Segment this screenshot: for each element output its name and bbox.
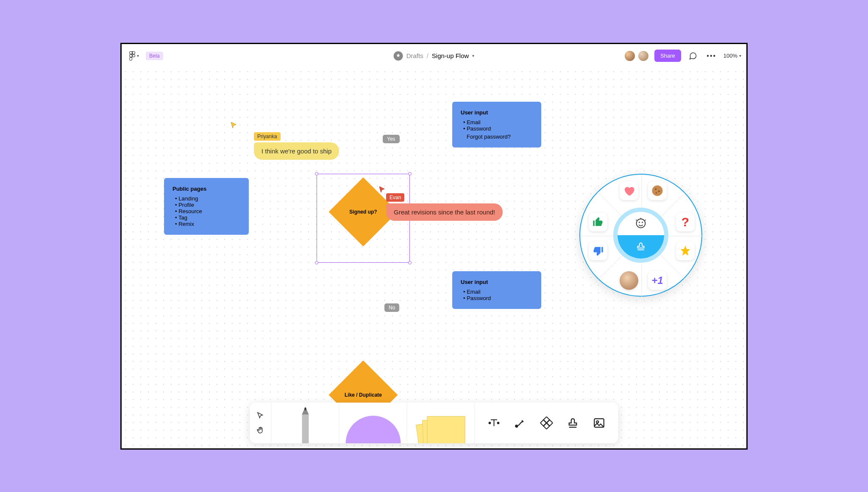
image-tool[interactable] — [592, 416, 606, 430]
app-window: ▾ Beta Drafts / Sign-up Flow ▾ Share •••… — [120, 43, 748, 450]
svg-point-12 — [489, 422, 491, 424]
svg-point-5 — [639, 222, 640, 222]
diamond-tool[interactable] — [540, 416, 554, 430]
node-public-pages[interactable]: Public pages Landing Profile Resource Ta… — [164, 178, 249, 235]
svg-rect-18 — [543, 423, 549, 429]
smiley-icon — [618, 212, 664, 235]
cursor-icon — [231, 122, 238, 129]
node-extra-link: Forgot password? — [461, 133, 533, 140]
pencil-tool[interactable] — [272, 403, 339, 443]
zoom-control[interactable]: 100% ▾ — [723, 53, 741, 59]
figma-logo-icon — [129, 51, 135, 61]
avatar[interactable] — [637, 50, 649, 62]
header: ▾ Beta Drafts / Sign-up Flow ▾ Share •••… — [122, 44, 746, 68]
svg-point-8 — [655, 188, 657, 190]
svg-rect-15 — [543, 417, 549, 423]
cookie-icon[interactable] — [648, 181, 667, 200]
emoji-wheel[interactable]: ? +1 — [579, 174, 702, 297]
chat-bubble-evan: Great revisions since the last round! — [386, 203, 503, 221]
svg-rect-17 — [547, 420, 553, 425]
heart-icon[interactable] — [620, 181, 638, 200]
list-item: Profile — [175, 202, 240, 208]
share-button[interactable]: Share — [654, 50, 681, 62]
avatar-icon[interactable] — [620, 271, 638, 290]
node-title: User input — [461, 109, 533, 116]
comment-button[interactable] — [686, 49, 700, 63]
node-user-input-top[interactable]: User input Email Password Forgot passwor… — [452, 102, 541, 147]
beta-badge: Beta — [146, 52, 163, 60]
toolbar — [250, 403, 618, 443]
list-item: Password — [463, 295, 533, 301]
cursor-icon — [379, 186, 386, 193]
zoom-value: 100% — [723, 53, 737, 59]
chat-bubble-priyanka: I think we're good to ship — [254, 142, 339, 160]
star-icon[interactable] — [676, 242, 695, 260]
node-title: User input — [461, 279, 533, 285]
stamp-tool[interactable] — [566, 416, 580, 430]
question-icon[interactable]: ? — [676, 213, 695, 231]
node-list: Email Password — [461, 289, 533, 301]
breadcrumb[interactable]: Drafts / Sign-up Flow ▾ — [394, 51, 475, 61]
wheel-center[interactable] — [613, 208, 668, 263]
list-item: Resource — [175, 208, 240, 214]
cursor-label-evan: Evan — [386, 193, 404, 202]
svg-rect-16 — [540, 420, 546, 425]
hand-tool[interactable] — [255, 425, 266, 436]
breadcrumb-parent: Drafts — [406, 52, 423, 59]
list-item: Remix — [175, 221, 240, 227]
node-user-input-bottom[interactable]: User input Email Password — [452, 271, 541, 309]
plus-one-icon[interactable]: +1 — [648, 271, 667, 290]
svg-point-7 — [652, 185, 663, 196]
node-list: Landing Profile Resource Tag Remix — [172, 195, 240, 227]
list-item: Email — [463, 289, 533, 295]
list-item: Landing — [175, 195, 240, 202]
node-list: Email Password — [461, 119, 533, 132]
avatar[interactable] — [624, 50, 636, 62]
list-item: Email — [463, 119, 533, 125]
shape-tool[interactable] — [339, 403, 407, 443]
stamp-icon — [618, 235, 664, 259]
list-item: Tag — [175, 214, 240, 221]
svg-point-20 — [596, 421, 598, 423]
select-tool[interactable] — [255, 410, 266, 421]
node-title: Public pages — [172, 186, 240, 192]
connector-layer — [122, 68, 249, 131]
more-menu-button[interactable]: ••• — [705, 49, 718, 63]
chevron-down-icon: ▾ — [137, 53, 139, 58]
thumbs-up-icon[interactable] — [589, 213, 607, 231]
connector-label-yes[interactable]: Yes — [383, 135, 400, 143]
svg-point-9 — [658, 190, 660, 192]
svg-point-6 — [642, 222, 643, 222]
chevron-down-icon: ▾ — [739, 53, 741, 58]
svg-point-10 — [656, 192, 657, 193]
figma-menu-button[interactable]: ▾ — [127, 49, 142, 63]
team-icon — [394, 51, 403, 61]
thumbs-down-icon[interactable] — [589, 242, 607, 260]
connector-label-no[interactable]: No — [384, 303, 399, 312]
breadcrumb-separator: / — [427, 52, 428, 59]
connector-tool[interactable] — [513, 416, 528, 430]
chevron-down-icon: ▾ — [472, 53, 474, 58]
svg-point-13 — [498, 422, 499, 424]
breadcrumb-title: Sign-up Flow — [432, 52, 469, 59]
list-item: Password — [463, 125, 533, 132]
svg-point-4 — [637, 219, 645, 228]
text-tool[interactable] — [487, 416, 501, 430]
sticky-tool[interactable] — [407, 403, 475, 443]
svg-rect-11 — [304, 408, 306, 410]
svg-point-14 — [515, 425, 517, 427]
canvas[interactable]: Public pages Landing Profile Resource Ta… — [122, 68, 746, 448]
cursor-label-priyanka: Priyanka — [254, 132, 281, 141]
